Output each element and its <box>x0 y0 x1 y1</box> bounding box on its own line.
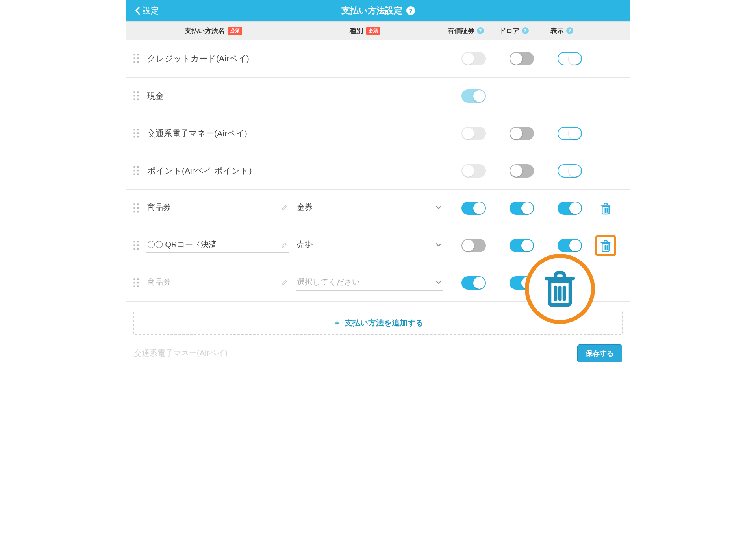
col-header-name: 支払い方法名 <box>185 26 225 35</box>
toggle[interactable] <box>461 89 486 103</box>
column-header-row: 支払い方法名 必須 種別 必須 有価証券 ? ドロア ? 表示 ? <box>126 21 630 40</box>
toggle[interactable] <box>461 164 486 178</box>
payment-method-row: ポイント(Airペイ ポイント) <box>126 152 630 190</box>
svg-rect-8 <box>134 95 135 96</box>
payment-name: 交通系電子マネー(Airペイ) <box>146 126 289 141</box>
required-badge: 必須 <box>366 27 380 35</box>
payment-name: 現金 <box>146 88 289 104</box>
toggle[interactable] <box>461 276 486 290</box>
svg-rect-9 <box>137 95 139 96</box>
drag-handle[interactable] <box>126 128 146 139</box>
chevron-down-icon <box>435 280 442 284</box>
trash-icon <box>600 240 611 253</box>
toggle[interactable] <box>510 202 534 215</box>
svg-rect-39 <box>137 282 139 283</box>
payment-method-row: 交通系電子マネー(Airペイ) <box>126 115 630 152</box>
pencil-icon <box>281 204 288 211</box>
svg-rect-4 <box>134 61 135 63</box>
svg-rect-32 <box>134 244 135 246</box>
chevron-down-icon <box>435 243 442 247</box>
drag-handle[interactable] <box>126 54 146 64</box>
svg-rect-23 <box>137 174 139 175</box>
payment-name: クレジットカード(Airペイ) <box>146 51 289 67</box>
drag-handle[interactable] <box>126 91 146 101</box>
payment-name-input[interactable] <box>146 239 289 253</box>
svg-rect-17 <box>137 136 139 138</box>
svg-rect-27 <box>137 207 139 209</box>
svg-rect-22 <box>134 174 135 175</box>
toggle[interactable] <box>510 164 534 178</box>
svg-rect-30 <box>134 241 135 242</box>
trash-icon <box>542 269 578 309</box>
chevron-down-icon <box>435 205 442 209</box>
svg-rect-26 <box>134 207 135 209</box>
payment-type-select[interactable]: 金券 <box>296 200 443 216</box>
svg-rect-18 <box>134 166 135 168</box>
delete-button[interactable] <box>600 240 611 251</box>
svg-rect-34 <box>134 248 135 250</box>
svg-rect-25 <box>137 203 139 205</box>
payment-type-select[interactable]: 選択してください <box>296 275 443 291</box>
col-header-display: 表示 <box>550 26 564 35</box>
svg-rect-36 <box>134 278 135 280</box>
svg-rect-7 <box>137 91 139 93</box>
svg-rect-11 <box>137 99 139 100</box>
svg-rect-40 <box>134 286 135 287</box>
svg-rect-28 <box>134 211 135 213</box>
col-header-securities: 有価証券 <box>448 26 474 35</box>
svg-rect-15 <box>137 132 139 134</box>
svg-rect-2 <box>134 57 135 59</box>
svg-rect-19 <box>137 166 139 168</box>
payment-type-select[interactable]: 売掛 <box>296 238 443 253</box>
svg-rect-6 <box>134 91 135 93</box>
svg-rect-38 <box>134 282 135 283</box>
back-button[interactable]: 設定 <box>126 5 159 16</box>
toggle[interactable] <box>558 52 582 65</box>
payment-name-input[interactable] <box>146 276 289 290</box>
svg-rect-35 <box>137 248 139 250</box>
svg-rect-41 <box>137 286 139 287</box>
svg-rect-33 <box>137 244 139 246</box>
drag-handle[interactable] <box>126 278 146 288</box>
toggle[interactable] <box>558 127 582 140</box>
drag-handle[interactable] <box>126 240 146 251</box>
drag-handle[interactable] <box>126 166 146 176</box>
svg-rect-21 <box>137 170 139 171</box>
toggle[interactable] <box>461 127 486 140</box>
delete-button[interactable] <box>600 202 611 214</box>
toggle[interactable] <box>558 202 582 215</box>
payment-method-row: クレジットカード(Airペイ) <box>126 40 630 78</box>
toggle[interactable] <box>558 239 582 252</box>
footer-ghost-text: 交通系電子マネー(Airペイ) <box>134 348 228 359</box>
help-icon[interactable]: ? <box>406 6 415 15</box>
toggle[interactable] <box>558 164 582 178</box>
add-label: 支払い方法を追加する <box>345 318 423 328</box>
page-title: 支払い方法設定 ? <box>341 5 415 17</box>
toggle[interactable] <box>510 127 534 140</box>
col-header-type: 種別 <box>350 26 363 35</box>
payment-method-row: 現金 <box>126 78 630 115</box>
toggle[interactable] <box>461 202 486 215</box>
save-button[interactable]: 保存する <box>577 344 622 362</box>
help-icon[interactable]: ? <box>522 27 529 34</box>
chevron-left-icon <box>135 6 140 15</box>
toggle[interactable] <box>461 52 486 65</box>
svg-rect-16 <box>134 136 135 138</box>
delete-callout <box>525 254 595 324</box>
svg-rect-24 <box>134 203 135 205</box>
pencil-icon <box>281 241 288 248</box>
svg-rect-0 <box>134 54 135 55</box>
toggle[interactable] <box>510 52 534 65</box>
drag-handle[interactable] <box>126 203 146 213</box>
payment-name-input[interactable] <box>146 201 289 215</box>
help-icon[interactable]: ? <box>477 27 484 34</box>
svg-rect-5 <box>137 61 139 63</box>
col-header-drawer: ドロア <box>499 26 519 35</box>
trash-icon <box>600 202 611 215</box>
svg-rect-3 <box>137 57 139 59</box>
svg-rect-12 <box>134 129 135 130</box>
toggle[interactable] <box>510 239 534 252</box>
toggle[interactable] <box>461 239 486 252</box>
help-icon[interactable]: ? <box>566 27 573 34</box>
svg-rect-10 <box>134 99 135 100</box>
